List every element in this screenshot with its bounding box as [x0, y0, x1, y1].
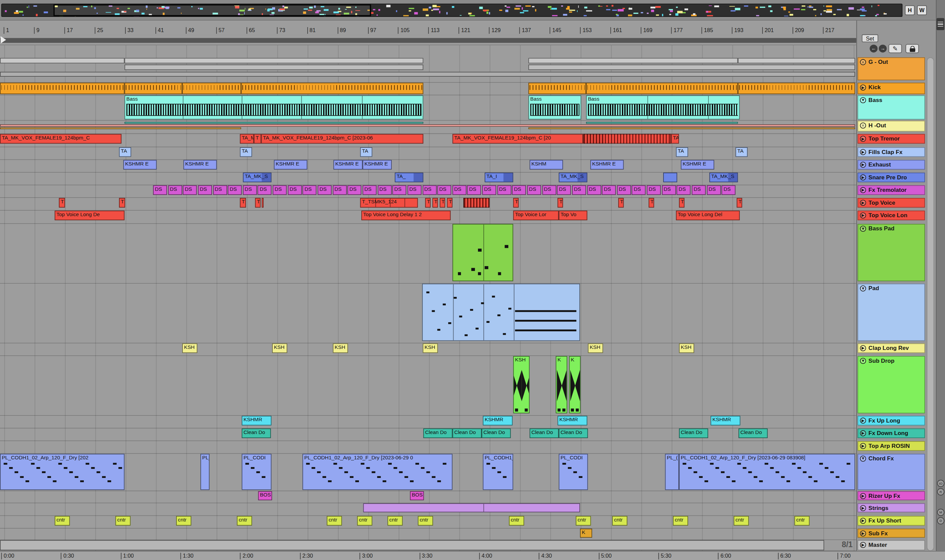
clip[interactable]: [738, 58, 855, 63]
clip[interactable]: DS: [288, 185, 302, 195]
clip[interactable]: Top Vo: [559, 211, 587, 220]
clip[interactable]: DS: [587, 185, 601, 195]
play-icon[interactable]: ▶: [860, 174, 866, 180]
fold-icon[interactable]: ▼: [860, 97, 866, 103]
fold-icon[interactable]: ▼: [860, 455, 866, 462]
clip[interactable]: KSH: [423, 343, 438, 353]
track-header-chord-fx[interactable]: ▼Chord Fx: [857, 454, 925, 490]
clip[interactable]: [528, 58, 738, 63]
clip[interactable]: PL_CODH1_02_Arp_120_F_Dry [2023-06-29 08…: [679, 454, 855, 490]
fit-height-button[interactable]: H: [905, 5, 914, 15]
track-lane-exhaust[interactable]: KSHMR EKSHMR EKSHMR EKSHMR EKSHMR EKSHMK…: [0, 160, 856, 172]
clip[interactable]: cntr: [176, 516, 191, 526]
track-lane-top-voice-lon[interactable]: Top Voice Long DeTop Voice Long Delay 1 …: [0, 211, 856, 224]
clip[interactable]: DS: [647, 185, 661, 195]
show-hide-m-button[interactable]: M: [937, 509, 945, 516]
track-header-fx-up-short[interactable]: ▶Fx Up Short: [857, 516, 925, 526]
clip[interactable]: T: [679, 198, 684, 208]
clip[interactable]: [453, 224, 513, 282]
track-lane-bass[interactable]: BassBassBass: [0, 95, 856, 121]
track-header-top-arp-rosin[interactable]: ▶Top Arp ROSIN: [857, 441, 925, 451]
clip[interactable]: KSH: [513, 356, 530, 414]
clip[interactable]: cntr: [673, 516, 688, 526]
play-icon[interactable]: ▶: [860, 542, 866, 548]
clip[interactable]: DS: [408, 185, 421, 195]
clip[interactable]: cntr: [357, 516, 373, 526]
clip[interactable]: DS: [527, 185, 541, 195]
clip[interactable]: DS: [198, 185, 212, 195]
clip[interactable]: T: [737, 198, 742, 208]
clip[interactable]: PL_CODH1_02_Arp_120_F_Dry [202: [0, 454, 124, 490]
track-lane-top-voice[interactable]: TTTTT_TSMK5_124TTTTTTTTTT: [0, 198, 856, 211]
track-lane-clap-long-rev[interactable]: KSHKSHKSHKSHKSHKSH: [0, 343, 856, 356]
clip[interactable]: TA: [119, 147, 131, 157]
clip[interactable]: [528, 127, 855, 129]
track-lane-fx-up-long[interactable]: KSHMRKSHMRKSHMRKSHMR: [0, 416, 856, 429]
clip[interactable]: DS: [303, 185, 317, 195]
track-header-top-voice-lon[interactable]: ▶Top Voice Lon: [857, 211, 925, 220]
clip[interactable]: TA: [360, 147, 373, 157]
clip[interactable]: [528, 83, 586, 94]
clip[interactable]: Top Voice Long Delay 1 2: [361, 211, 450, 220]
show-hide-r-button[interactable]: R: [937, 488, 945, 495]
clip[interactable]: KSH: [182, 343, 197, 353]
track-header-master[interactable]: ▶Master: [857, 540, 925, 550]
track-header-fx-tremolator[interactable]: ▶Fx Tremolator: [857, 185, 925, 195]
clip[interactable]: Clean Do: [482, 429, 511, 438]
clip[interactable]: [0, 83, 124, 94]
play-icon[interactable]: ▶: [860, 493, 866, 499]
clip[interactable]: Top Voice Long Del: [676, 211, 740, 220]
clip[interactable]: DS: [378, 185, 392, 195]
track-lane-rizer-up-fx[interactable]: BOSBOS: [0, 491, 856, 503]
track-lane-master[interactable]: 8/1: [0, 540, 856, 551]
clip[interactable]: K: [556, 356, 567, 414]
clip[interactable]: cntr: [612, 516, 627, 526]
track-header-strings[interactable]: ▶Strings: [857, 503, 925, 512]
clip[interactable]: T_TSMK5_124: [360, 198, 418, 208]
clip[interactable]: [422, 284, 580, 341]
track-header-h-out[interactable]: ≡H -Out: [857, 121, 925, 131]
clip[interactable]: cntr: [327, 516, 342, 526]
play-icon[interactable]: ▶: [860, 149, 866, 155]
clip[interactable]: DS: [363, 185, 376, 195]
clip[interactable]: [0, 58, 124, 63]
show-hide-io-button[interactable]: IO: [937, 480, 945, 487]
clip[interactable]: BOS: [410, 491, 424, 500]
clip[interactable]: [586, 83, 738, 94]
track-lane-snare-pre-dro[interactable]: TA_MK_STA_TA_ITA_MK_STA_MK_S: [0, 172, 856, 185]
track-header-sub-fx[interactable]: ▶Sub Fx: [857, 529, 925, 538]
clip[interactable]: KSHMR: [483, 416, 513, 426]
clip[interactable]: PL_CODI: [242, 454, 271, 490]
clip[interactable]: cntr: [115, 516, 131, 526]
lock-envelopes-button[interactable]: [905, 44, 919, 53]
clip[interactable]: cntr: [509, 516, 524, 526]
play-icon[interactable]: ▶: [860, 85, 866, 91]
clip[interactable]: Clean Do: [679, 429, 708, 438]
clip[interactable]: TA_MK_S: [709, 172, 738, 182]
track-header-exhaust[interactable]: ▶Exhaust: [857, 160, 925, 169]
clip[interactable]: DS: [721, 185, 735, 195]
track-lane-fx-up-short[interactable]: cntrcntrcntrcntrcntrcntrcntrcntrcntrcntr…: [0, 516, 856, 529]
set-loop-button[interactable]: Set: [862, 34, 879, 42]
clip[interactable]: DS: [602, 185, 616, 195]
clip[interactable]: BOS: [258, 491, 272, 500]
track-header-fx-down-long[interactable]: ▶Fx Down Long: [857, 429, 925, 438]
vertical-scrollbar[interactable]: [927, 57, 934, 551]
clip[interactable]: [463, 198, 489, 208]
clip[interactable]: DS: [243, 185, 256, 195]
clip[interactable]: T: [513, 198, 518, 208]
track-header-clap-long-rev[interactable]: ▶Clap Long Rev: [857, 343, 925, 353]
clip[interactable]: Bass: [124, 95, 423, 119]
clip[interactable]: PL_CODH1_02_Arp_120_F_Dry [2023-06-29 0: [302, 454, 453, 490]
track-header-sub-drop[interactable]: ▼Sub Drop: [857, 356, 925, 414]
clip[interactable]: KSH: [272, 343, 287, 353]
time-ruler[interactable]: 0:000:301:001:302:002:303:003:304:004:30…: [0, 551, 945, 560]
clip[interactable]: TA: [671, 134, 679, 144]
menu-icon[interactable]: [937, 18, 944, 31]
clip[interactable]: PL_(: [200, 454, 210, 490]
play-icon[interactable]: ▶: [860, 136, 866, 142]
track-lane-top-tremor[interactable]: TA_MK_VOX_FEMALE19_124bpm_CTA_MFTTA_MK_V…: [0, 134, 856, 147]
clip[interactable]: DS: [213, 185, 227, 195]
clip[interactable]: cntr: [55, 516, 70, 526]
play-icon[interactable]: ▶: [860, 530, 866, 536]
